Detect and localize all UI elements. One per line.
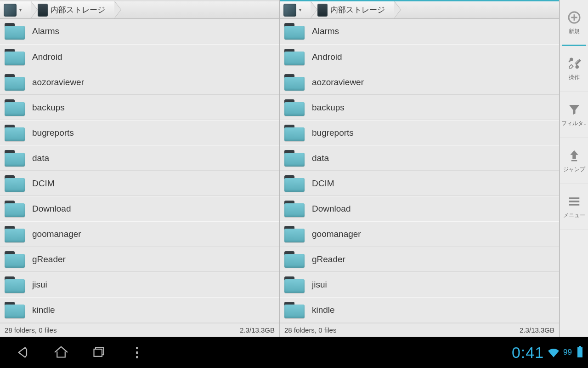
folder-icon: [284, 226, 305, 242]
status-summary: 28 folders, 0 files: [5, 326, 57, 334]
sidebar-label: 操作: [569, 74, 580, 81]
folder-name: backups: [312, 103, 345, 113]
folder-name: Android: [32, 52, 62, 62]
list-item[interactable]: Alarms: [0, 19, 279, 44]
list-item[interactable]: aozoraviewer: [280, 69, 559, 95]
folder-name: kindle: [32, 305, 55, 315]
breadcrumb: ▾ 内部ストレージ: [0, 0, 279, 19]
folder-icon: [284, 49, 305, 65]
list-item[interactable]: Android: [280, 44, 559, 69]
list-item[interactable]: aozoraviewer: [0, 69, 279, 95]
sidebar-label: 新規: [569, 28, 580, 35]
sidebar-jump-button[interactable]: ジャンプ: [560, 138, 588, 184]
breadcrumb-storage[interactable]: 内部ストレージ: [31, 1, 115, 18]
folder-name: jisui: [32, 280, 47, 290]
sidebar-label: フィルタ..: [561, 120, 587, 127]
list-item[interactable]: jisui: [280, 272, 559, 297]
folder-name: Android: [312, 52, 342, 62]
folder-icon: [284, 302, 305, 318]
status-summary: 28 folders, 0 files: [284, 326, 336, 334]
folder-name: DCIM: [312, 178, 334, 189]
folder-name: backups: [32, 103, 65, 113]
battery-icon: [577, 347, 582, 357]
list-item[interactable]: Alarms: [280, 19, 559, 44]
device-icon: [4, 4, 17, 17]
chevron-down-icon: ▾: [19, 7, 22, 12]
file-pane-left: ▾ 内部ストレージ AlarmsAndroidaozoraviewerbacku…: [0, 0, 280, 337]
folder-name: kindle: [312, 305, 335, 315]
breadcrumb-root[interactable]: ▾: [280, 1, 311, 18]
folder-icon: [284, 201, 305, 217]
overflow-menu-icon[interactable]: [136, 347, 138, 358]
svg-rect-5: [94, 349, 102, 356]
list-item[interactable]: Android: [0, 44, 279, 69]
sidebar-ops-button[interactable]: 操作: [560, 46, 588, 92]
list-item[interactable]: data: [280, 145, 559, 171]
folder-icon: [5, 175, 25, 192]
list-item[interactable]: backups: [280, 95, 559, 120]
folder-icon: [5, 276, 25, 293]
list-item[interactable]: kindle: [0, 297, 279, 322]
list-item[interactable]: Download: [0, 196, 279, 221]
recent-apps-icon[interactable]: [89, 343, 108, 362]
sidebar-filter-button[interactable]: フィルタ..: [560, 92, 588, 138]
list-item[interactable]: DCIM: [0, 171, 279, 196]
plus-circle-icon: [567, 10, 582, 25]
folder-icon: [284, 23, 305, 40]
back-icon[interactable]: [14, 343, 33, 362]
breadcrumb-storage[interactable]: 内部ストレージ: [311, 1, 395, 18]
status-area[interactable]: 0:41 99: [512, 344, 588, 362]
device-icon: [283, 4, 296, 17]
chevron-down-icon: ▾: [299, 7, 301, 12]
list-item[interactable]: DCIM: [280, 171, 559, 196]
folder-name: DCIM: [32, 178, 55, 189]
breadcrumb-label: 内部ストレージ: [330, 5, 385, 15]
list-item[interactable]: goomanager: [280, 221, 559, 247]
list-item[interactable]: goomanager: [0, 221, 279, 247]
home-icon[interactable]: [51, 343, 71, 362]
folder-name: data: [32, 153, 49, 163]
list-item[interactable]: gReader: [280, 247, 559, 272]
folder-name: Alarms: [32, 26, 59, 36]
file-list[interactable]: AlarmsAndroidaozoraviewerbackupsbugrepor…: [0, 19, 279, 323]
folder-icon: [284, 150, 305, 167]
folder-name: gReader: [312, 254, 345, 264]
folder-icon: [284, 99, 305, 116]
file-pane-right: ▾ 内部ストレージ AlarmsAndroidaozoraviewerbacku…: [280, 0, 560, 337]
list-item[interactable]: kindle: [280, 297, 559, 322]
app-root: ▾ 内部ストレージ AlarmsAndroidaozoraviewerbacku…: [0, 0, 588, 337]
battery-percent: 99: [563, 348, 572, 357]
sidebar-menu-button[interactable]: メニュー: [560, 184, 588, 230]
folder-name: gReader: [32, 254, 66, 264]
arrow-up-icon: [567, 148, 582, 163]
folder-icon: [5, 74, 25, 91]
svg-rect-3: [569, 201, 579, 202]
storage-icon: [38, 4, 48, 17]
list-item[interactable]: gReader: [0, 247, 279, 272]
folder-icon: [284, 251, 305, 268]
breadcrumb-label: 内部ストレージ: [51, 5, 105, 15]
list-item[interactable]: backups: [0, 95, 279, 120]
folder-name: jisui: [312, 280, 327, 290]
folder-name: bugreports: [312, 128, 354, 138]
list-item[interactable]: jisui: [0, 272, 279, 297]
nav-buttons: [0, 343, 138, 362]
folder-name: Alarms: [312, 26, 339, 36]
list-item[interactable]: bugreports: [280, 120, 559, 145]
system-navbar: 0:41 99: [0, 337, 588, 368]
file-list[interactable]: AlarmsAndroidaozoraviewerbackupsbugrepor…: [280, 19, 559, 323]
sidebar-label: ジャンプ: [563, 166, 585, 173]
list-item[interactable]: Download: [280, 196, 559, 221]
status-bar: 28 folders, 0 files 2.3/13.3GB: [0, 323, 279, 337]
folder-icon: [5, 150, 25, 167]
list-item[interactable]: bugreports: [0, 120, 279, 145]
list-item[interactable]: data: [0, 145, 279, 171]
folder-icon: [5, 99, 25, 116]
sidebar-new-button[interactable]: 新規: [560, 0, 588, 46]
status-usage: 2.3/13.3GB: [240, 326, 275, 334]
tools-icon: [567, 56, 582, 71]
folder-icon: [284, 276, 305, 293]
folder-name: aozoraviewer: [32, 77, 84, 87]
folder-name: bugreports: [32, 128, 74, 138]
breadcrumb-root[interactable]: ▾: [0, 1, 31, 18]
